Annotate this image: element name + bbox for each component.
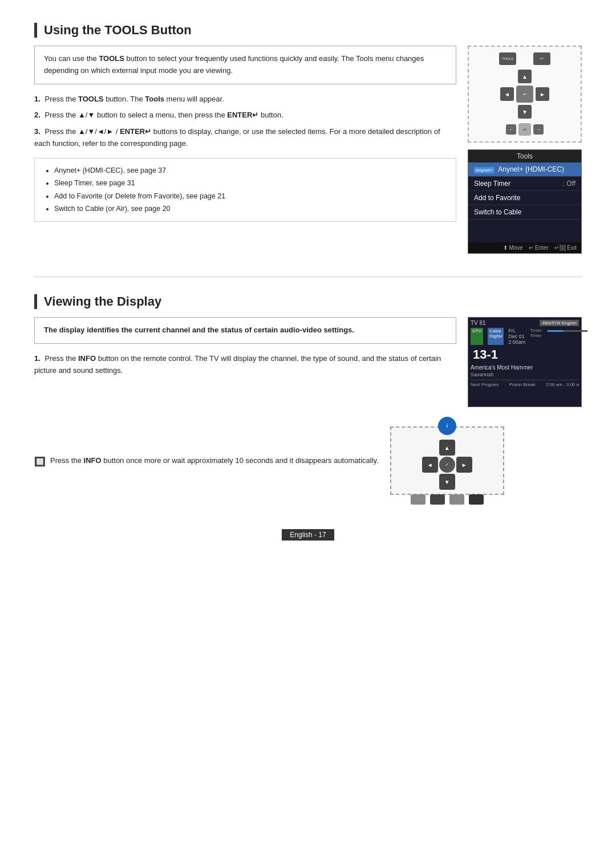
- square-btn-4: [469, 494, 484, 505]
- dpad-center: ↵: [516, 86, 533, 103]
- tv-next-program: Next Program Prison Break 2:00 am - 3:00…: [471, 380, 579, 387]
- section2-step-1: 1. Press the INFO button on the remote c…: [34, 353, 456, 377]
- tv-channel-label: TV 81: [471, 320, 486, 326]
- section-display: Viewing the Display The display identifi…: [34, 294, 582, 495]
- square-btn-3: [449, 494, 464, 505]
- section1-content: You can use the TOOLS button to select y…: [34, 46, 582, 254]
- page-footer: English - 17: [34, 529, 582, 541]
- section2-content: The display identifies the current chann…: [34, 317, 582, 407]
- note-icon: 🔲: [34, 456, 46, 467]
- dpad-empty-bl: [502, 105, 516, 119]
- dpad-down-btn: ▼: [439, 474, 455, 490]
- dpad-left: ◄: [500, 87, 514, 101]
- tools-menu-item-1: Anynet+ Anynet+ (HDMI-CEC): [468, 162, 581, 177]
- remote-dpad-image: TOOLS ↩ ▲ ◄ ↵ ► ▼: [468, 46, 582, 143]
- tools-menu-blank: [468, 220, 581, 242]
- square-btn-2: [430, 494, 445, 505]
- step-3: 3. Press the ▲/▼/◄/► / ENTER↵ buttons to…: [34, 126, 456, 150]
- section2-text-col: The display identifies the current chann…: [34, 317, 456, 384]
- tv-type-badge: Cable Digital: [488, 328, 504, 345]
- info-remote-top-row: i: [438, 417, 456, 435]
- dpad-up-btn: ▲: [439, 440, 455, 456]
- dpad-bl: [422, 474, 438, 490]
- section1-image-col: TOOLS ↩ ▲ ◄ ↵ ► ▼: [468, 46, 582, 254]
- dpad-tr: [456, 440, 472, 456]
- tv-channel-number: 13-1: [471, 346, 579, 363]
- bullet-list: Anynet+ (HDMI-CEC), see page 37 Sleep Ti…: [44, 164, 447, 216]
- tv-show-name: America's Most Hammer: [471, 364, 579, 371]
- tv-time-range: 2:00 am - 3:00 a: [546, 382, 579, 387]
- tv-info-row: DTV Cable Digital Fri, Dec 01 2:00am Tim…: [471, 328, 579, 345]
- tools-menu-item-3-label: Add to Favorite: [474, 194, 520, 202]
- dpad-center-btn: ✓: [439, 457, 455, 473]
- side-btn-3: →: [533, 124, 544, 135]
- info-remote-bottom-row: [411, 494, 484, 505]
- dpad-down-row: ▼: [502, 105, 548, 119]
- tv-next-show: Prison Break: [509, 382, 536, 387]
- bullet-item-1: Anynet+ (HDMI-CEC), see page 37: [54, 164, 447, 177]
- tv-drm-badge: DTV: [471, 328, 483, 345]
- info-remote-info-btn: i: [438, 417, 456, 435]
- tools-menu-item-1-label: Anynet+ Anynet+ (HDMI-CEC): [474, 165, 564, 173]
- tv-progress-bar-label: [548, 328, 587, 345]
- section2-title: Viewing the Display: [34, 294, 582, 309]
- tv-display-blank: [471, 387, 579, 404]
- section2-image-col: TV 81 480i/576i English DTV Cable Digita…: [468, 317, 582, 407]
- dpad-right: ►: [536, 87, 549, 101]
- tools-menu-widget: Tools Anynet+ Anynet+ (HDMI-CEC) Sleep T…: [468, 149, 582, 254]
- tools-menu-item-2: Sleep Timer : Off: [468, 177, 581, 191]
- section2-note-row: 🔲 Press the INFO button once more or wai…: [34, 415, 582, 495]
- tools-menu-item-4: Switch to Cable: [468, 205, 581, 220]
- tools-menu-title: Tools: [468, 150, 581, 162]
- dpad-empty-tl: [502, 70, 516, 83]
- side-btn-1: ←: [506, 124, 516, 135]
- anynet-badge: Anynet+: [474, 167, 495, 173]
- square-btn-1: [411, 494, 425, 505]
- tools-menu-item-3: Add to Favorite: [468, 191, 581, 205]
- note-text-block: 🔲 Press the INFO button once more or wai…: [34, 455, 379, 467]
- dpad-up-row: ▲: [502, 70, 548, 83]
- tv-show-desc: Savannah: [471, 372, 579, 377]
- tv-next-label: Next Program: [471, 382, 499, 387]
- step-1: 1. Press the TOOLS button. The Tools men…: [34, 94, 456, 105]
- note-and-remote: 🔲 Press the INFO button once more or wai…: [34, 426, 504, 495]
- section2-info-box: The display identifies the current chann…: [34, 317, 456, 344]
- tools-menu-item-4-label: Switch to Cable: [474, 208, 521, 216]
- side-buttons-row: ← ↵ →: [506, 123, 544, 136]
- tools-menu-item-2-label: Sleep Timer: [474, 180, 510, 188]
- info-remote-dpad-row: ▲ ◄ ✓ ► ▼: [422, 440, 472, 490]
- dpad-up: ▲: [518, 70, 532, 83]
- step-2: 2. Press the ▲/▼ button to select a menu…: [34, 109, 456, 121]
- top-buttons-row: TOOLS ↩: [499, 52, 550, 65]
- dpad-down: ▼: [518, 105, 532, 119]
- tv-display-widget: TV 81 480i/576i English DTV Cable Digita…: [468, 317, 582, 407]
- dpad-empty-tr: [534, 70, 548, 83]
- dpad-br: [456, 474, 472, 490]
- info-remote-dpad: ▲ ◄ ✓ ► ▼: [422, 440, 472, 490]
- section1-text-col: You can use the TOOLS button to select y…: [34, 46, 456, 228]
- dpad-mid-row: ◄ ↵ ►: [500, 86, 549, 103]
- section1-info-box: You can use the TOOLS button to select y…: [34, 46, 456, 84]
- dpad-tl: [422, 440, 438, 456]
- note-text: Press the INFO button once more or wait …: [50, 455, 379, 467]
- section2-steps-list: 1. Press the INFO button on the remote c…: [34, 353, 456, 377]
- footer-enter: ↵ Enter: [529, 245, 549, 251]
- bullet-item-3: Add to Favorite (or Delete from Favorite…: [54, 190, 447, 203]
- bullet-item-4: Switch to Cable (or Air), see page 20: [54, 202, 447, 216]
- tv-time: Fri, Dec 01 2:00am: [508, 328, 525, 345]
- dpad-left-btn: ◄: [422, 457, 438, 473]
- section-tools: Using the TOOLS Button You can use the T…: [34, 23, 582, 254]
- info-remote-image: i ▲ ◄ ✓ ► ▼: [390, 426, 504, 495]
- tv-top-bar: TV 81 480i/576i English: [471, 320, 579, 326]
- section1-bullets: Anynet+ (HDMI-CEC), see page 37 Sleep Ti…: [34, 158, 456, 222]
- footer-exit: ↵⬛ Exit: [554, 245, 577, 251]
- dpad-right-btn: ►: [456, 457, 472, 473]
- tools-menu-footer: ⬆ Move ↵ Enter ↵⬛ Exit: [468, 242, 581, 253]
- dpad-empty-br: [534, 105, 548, 119]
- section-divider: [34, 277, 582, 277]
- footer-page-label: English - 17: [282, 529, 334, 541]
- steps-list: 1. Press the TOOLS button. The Tools men…: [34, 94, 456, 150]
- tools-menu-item-2-value: : Off: [563, 180, 576, 188]
- tv-resolution-badge: 480i/576i English: [540, 320, 579, 326]
- note-with-image: 🔲 Press the INFO button once more or wai…: [34, 426, 504, 495]
